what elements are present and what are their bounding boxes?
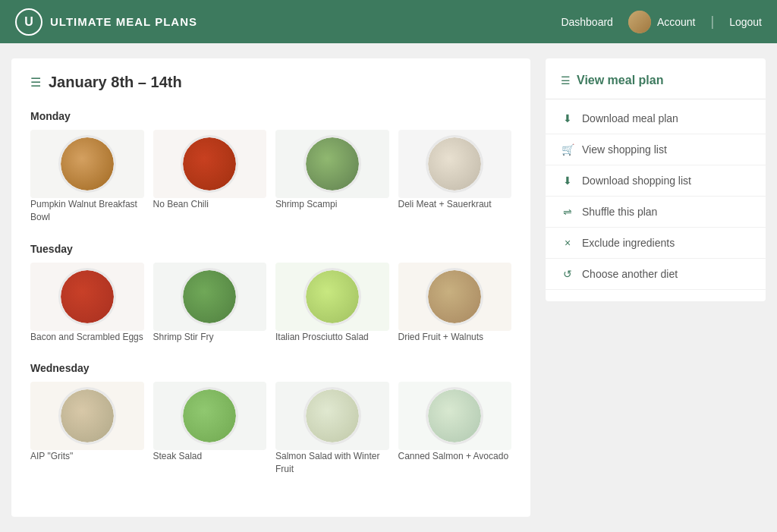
sidebar-item-icon: ⬇ (561, 175, 574, 187)
sidebar-item-icon: 🛒 (561, 143, 574, 156)
sidebar-item-2[interactable]: ⬇Download shopping list (546, 165, 766, 197)
meal-name: Deli Meat + Sauerkraut (398, 198, 512, 211)
sidebar-items: ⬇Download meal plan🛒View shopping list⬇D… (546, 103, 766, 290)
sidebar-item-label: View shopping list (582, 143, 667, 156)
header-nav: Dashboard Account | Logout (561, 11, 762, 33)
sidebar-item-label: Exclude ingredients (582, 237, 675, 249)
meal-image (398, 130, 512, 198)
day-section-monday: MondayPumpkin Walnut Breakfast BowlNo Be… (30, 110, 511, 224)
meal-name: No Bean Chili (153, 198, 267, 211)
sidebar-item-1[interactable]: 🛒View shopping list (546, 134, 766, 165)
main-header: U ULTIMATe Meal PLAns Dashboard Account … (0, 0, 777, 43)
meal-image (275, 382, 389, 450)
main-content: ☰ January 8th – 14th MondayPumpkin Walnu… (0, 43, 777, 532)
meal-image (30, 382, 144, 450)
meal-item[interactable]: Pumpkin Walnut Breakfast Bowl (30, 130, 144, 224)
account-group: Account (628, 11, 696, 33)
meals-grid: Pumpkin Walnut Breakfast BowlNo Bean Chi… (30, 130, 511, 224)
meal-item[interactable]: Canned Salmon + Avocado (398, 382, 512, 476)
meal-name: Shrimp Stir Fry (153, 331, 267, 344)
meal-image (398, 263, 512, 331)
week-header: ☰ January 8th – 14th (30, 74, 511, 95)
meal-image (153, 382, 267, 450)
meal-plan-panel: ☰ January 8th – 14th MondayPumpkin Walnu… (11, 58, 530, 517)
meal-image (275, 263, 389, 331)
sidebar-item-icon: × (561, 237, 574, 249)
week-title: January 8th – 14th (49, 74, 182, 91)
meal-name: Italian Prosciutto Salad (275, 331, 389, 344)
meal-image (275, 130, 389, 198)
day-section-wednesday: WednesdayAIP "Grits"Steak SaladSalmon Sa… (30, 362, 511, 476)
meals-grid: Bacon and Scrambled EggsShrimp Stir FryI… (30, 263, 511, 344)
dashboard-link[interactable]: Dashboard (561, 16, 613, 28)
avatar-image (628, 11, 651, 33)
sidebar-menu-icon: ☰ (561, 74, 571, 87)
meal-item[interactable]: Salmon Salad with Winter Fruit (275, 382, 389, 476)
meal-item[interactable]: Shrimp Stir Fry (153, 263, 267, 344)
meal-item[interactable]: Steak Salad (153, 382, 267, 476)
sidebar-item-0[interactable]: ⬇Download meal plan (546, 103, 766, 134)
day-label: Wednesday (30, 362, 511, 374)
meal-name: Dried Fruit + Walnuts (398, 331, 512, 344)
meal-item[interactable]: Dried Fruit + Walnuts (398, 263, 512, 344)
meal-image (153, 130, 267, 198)
meal-item[interactable]: Bacon and Scrambled Eggs (30, 263, 144, 344)
meal-item[interactable]: AIP "Grits" (30, 382, 144, 476)
days-container: MondayPumpkin Walnut Breakfast BowlNo Be… (30, 110, 511, 476)
sidebar-item-5[interactable]: ↺Choose another diet (546, 259, 766, 290)
nav-divider: | (710, 14, 714, 30)
meal-name: Shrimp Scampi (275, 198, 389, 211)
sidebar-item-label: Download shopping list (582, 175, 691, 187)
meal-name: AIP "Grits" (30, 450, 144, 463)
logo-area: U ULTIMATe Meal PLAns (15, 8, 197, 36)
sidebar-item-3[interactable]: ⇌Shuffle this plan (546, 197, 766, 228)
meal-image (30, 263, 144, 331)
day-section-tuesday: TuesdayBacon and Scrambled EggsShrimp St… (30, 243, 511, 344)
app-title: ULTIMATe Meal PLAns (50, 15, 197, 28)
sidebar-panel: ☰ View meal plan ⬇Download meal plan🛒Vie… (546, 58, 766, 301)
meal-image (30, 130, 144, 198)
sidebar-item-4[interactable]: ×Exclude ingredients (546, 228, 766, 259)
sidebar-item-icon: ↺ (561, 268, 574, 280)
meals-grid: AIP "Grits"Steak SaladSalmon Salad with … (30, 382, 511, 476)
meal-item[interactable]: Shrimp Scampi (275, 130, 389, 224)
meal-item[interactable]: Italian Prosciutto Salad (275, 263, 389, 344)
avatar (628, 11, 651, 33)
meal-name: Bacon and Scrambled Eggs (30, 331, 144, 344)
meal-image (398, 382, 512, 450)
meal-name: Pumpkin Walnut Breakfast Bowl (30, 198, 144, 224)
meal-image (153, 263, 267, 331)
menu-icon: ☰ (30, 75, 41, 90)
sidebar-title: View meal plan (577, 74, 663, 87)
sidebar-item-icon: ⇌ (561, 206, 574, 218)
meal-name: Steak Salad (153, 450, 267, 463)
sidebar-item-label: Choose another diet (582, 268, 678, 280)
sidebar-item-icon: ⬇ (561, 112, 574, 124)
day-label: Monday (30, 110, 511, 122)
meal-name: Salmon Salad with Winter Fruit (275, 450, 389, 476)
sidebar-header: ☰ View meal plan (546, 70, 766, 99)
logo-icon: U (15, 8, 42, 36)
meal-name: Canned Salmon + Avocado (398, 450, 512, 463)
logout-link[interactable]: Logout (729, 16, 762, 28)
sidebar-item-label: Download meal plan (582, 112, 678, 124)
meal-item[interactable]: No Bean Chili (153, 130, 267, 224)
meal-item[interactable]: Deli Meat + Sauerkraut (398, 130, 512, 224)
day-label: Tuesday (30, 243, 511, 255)
account-link[interactable]: Account (657, 16, 696, 28)
sidebar-item-label: Shuffle this plan (582, 206, 657, 218)
